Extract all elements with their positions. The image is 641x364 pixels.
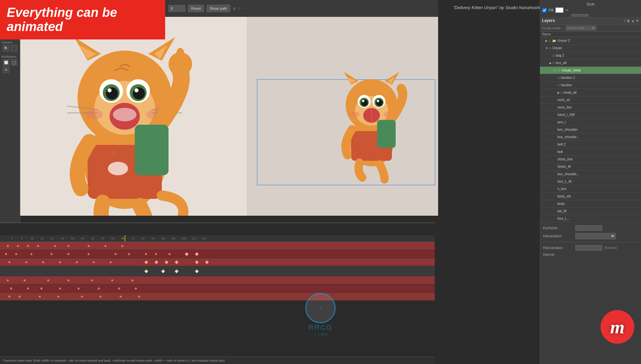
kf-3-10[interactable] [164,260,168,264]
tool-circle[interactable]: ◯ [11,59,18,66]
kf-6-4[interactable] [59,287,61,290]
kf-2-7[interactable] [115,253,117,255]
layer-item-box-shoulder2[interactable]: box_shoulde... [540,133,641,141]
kf-7-8[interactable] [138,296,140,298]
kf-4-4[interactable] [195,269,199,273]
kf-4-2[interactable] [161,269,165,273]
layer-item-shirts-m[interactable]: Shirts_M [540,163,641,171]
layer-item-body[interactable]: body [540,200,641,208]
kf-3-12[interactable] [195,260,199,264]
kf-6-3[interactable] [40,287,42,290]
show-path-button[interactable]: Show path [207,5,230,12]
tool-pan[interactable]: ⬛ [11,45,18,52]
layer-item-body-wh[interactable]: body_wh [540,193,641,200]
kf-2-12[interactable] [185,252,188,256]
kf-5-4[interactable] [67,279,69,281]
kf-1-6[interactable] [67,245,69,247]
kf-3-13[interactable] [205,260,209,264]
kf-7-2[interactable] [19,296,21,298]
layer-item-n-line[interactable]: n_line [540,185,641,193]
layer-item-handon[interactable]: G handon [540,82,641,89]
kf-2-10[interactable] [155,253,157,255]
layer-item-foot-l-m[interactable]: foot_L_M [540,178,641,185]
kf-5-6[interactable] [111,279,113,281]
kf-6-6[interactable] [98,287,100,290]
layer-item-unyan-bone[interactable]: ▼ Unyan_bone [540,67,641,74]
layer-item-shirts-line[interactable]: shirts_line [540,156,641,163]
layer-item-handon2[interactable]: G handon 2 [540,74,641,82]
kf-5-2[interactable] [24,279,26,281]
kf-1-8[interactable] [104,245,106,247]
interpolation-select[interactable] [575,233,616,239]
reset-button[interactable]: Reset [188,5,204,12]
kf-1-4[interactable] [37,245,39,247]
kf-3-4[interactable] [59,261,61,263]
kf-6-8[interactable] [135,287,137,290]
kf-1-9[interactable] [121,245,123,247]
kf-6-1[interactable] [10,287,12,290]
fill-checkbox[interactable] [542,8,547,12]
kf-7-6[interactable] [99,296,101,298]
kf-6-7[interactable] [118,287,120,290]
kf-1-1[interactable] [7,245,9,247]
kf-7-1[interactable] [8,296,10,298]
kf-3-9[interactable] [154,260,158,264]
kf-1-5[interactable] [54,245,56,247]
kf-2-4[interactable] [51,253,53,255]
kf-7-3[interactable] [39,296,41,298]
kf-2-9[interactable] [145,253,147,255]
kf-2-8[interactable] [128,253,130,255]
kf-2-1[interactable] [5,253,7,255]
layer-item-belt2[interactable]: belt 2 [540,141,641,148]
tool-rect[interactable]: ⬜ [3,59,9,66]
layer-item-arm-l[interactable]: arm_l [540,119,641,126]
kf-2-2[interactable] [15,253,17,255]
kf-7-7[interactable] [120,296,122,298]
hold-duration-input[interactable] [575,245,602,251]
fill-color-swatch[interactable] [555,7,563,13]
tool-zoom[interactable]: 🔍 [3,45,9,52]
kf-5-1[interactable] [7,279,9,281]
layer-item-neck-line[interactable]: neck_line [540,104,641,111]
kf-3-2[interactable] [25,261,27,263]
fill-edit-icon[interactable]: ✏ [566,8,569,12]
kf-5-3[interactable] [47,279,49,281]
frame-input[interactable] [169,5,185,12]
layer-add-icon[interactable]: + [624,19,626,23]
kf-5-5[interactable] [91,279,93,281]
layer-item-tail-m[interactable]: tail_M [540,208,641,215]
layer-move-up-icon[interactable]: ▲ [631,19,635,23]
layer-item-hand-l-sw[interactable]: hand_l_SW [540,111,641,119]
kf-4-1[interactable] [144,269,148,273]
kf-2-5[interactable] [67,253,69,255]
layer-item-box-all[interactable]: ▶ G box_all [540,59,641,67]
layer-item-box-shoulder3[interactable]: box_shoulde... [540,171,641,178]
layer-item-foot-l[interactable]: foot_L... [540,215,641,222]
kf-2-6[interactable] [88,253,90,255]
layer-move-down-icon[interactable]: ▼ [636,19,639,23]
kf-2-3[interactable] [30,253,32,255]
kf-2-13[interactable] [195,252,199,256]
layer-item-belt[interactable]: belt [540,148,641,156]
group-name-select[interactable]: Group name ... [566,26,596,30]
kf-6-2[interactable] [27,287,29,290]
kf-7-4[interactable] [57,296,59,298]
kf-3-11[interactable] [175,260,178,264]
kf-3-3[interactable] [42,261,44,263]
kf-3-1[interactable] [8,261,10,263]
layer-item-neck-sh[interactable]: neck_sh [540,96,641,104]
layer-item-unyan2[interactable]: ▶ G 📂 Unyan 2 [540,37,641,44]
keyframe-input[interactable] [575,225,602,231]
layer-item-head-all[interactable]: ▶ G head_all [540,89,641,96]
kf-4-3[interactable] [175,269,178,273]
tool-node[interactable]: ✳ [3,66,9,73]
kf-1-7[interactable] [88,245,90,247]
layer-item-box-shoulder[interactable]: box_shoulder [540,126,641,133]
playhead[interactable] [125,235,125,242]
kf-5-7[interactable] [131,279,133,281]
layer-delete-icon[interactable]: 🗑 [627,19,630,23]
kf-6-5[interactable] [78,287,80,290]
kf-3-8[interactable] [144,260,148,264]
kf-2-11[interactable] [169,253,171,255]
kf-3-6[interactable] [93,261,95,263]
